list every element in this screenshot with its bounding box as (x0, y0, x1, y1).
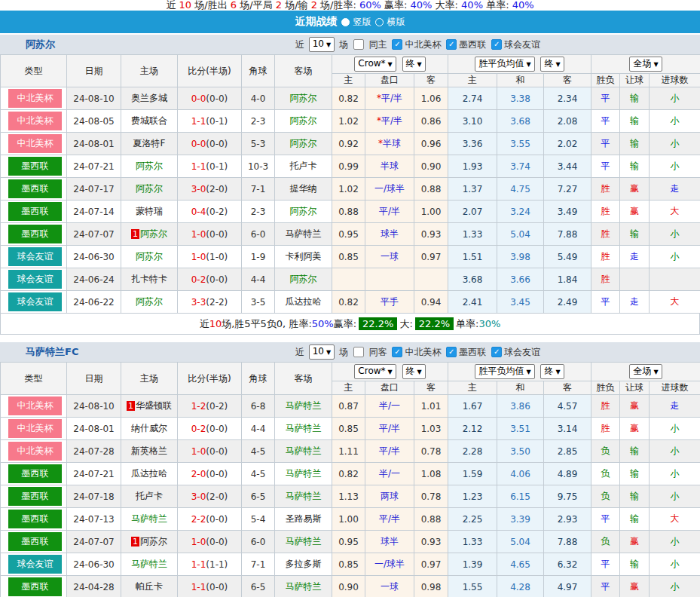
result-value: 负 (601, 536, 610, 546)
goals-result-value: 小 (671, 423, 680, 433)
handicap-result-value: 赢 (630, 400, 639, 411)
odds-time-select[interactable]: 终▼ (402, 57, 426, 72)
horizontal-layout-radio[interactable] (375, 18, 384, 26)
team2-league1-checkbox[interactable] (392, 347, 402, 357)
col-away: 客场 (275, 363, 332, 395)
away-team-name: 托卢卡 (290, 161, 317, 171)
away-odds: 0.78 (421, 446, 442, 457)
handicap-line: 一球 (381, 251, 399, 262)
halftime-score: (1-1) (206, 559, 228, 570)
fulltime-score: 0-2 (191, 274, 206, 285)
team2-league2-checkbox[interactable] (446, 347, 457, 357)
red-card-flag: 1 (127, 401, 135, 411)
col-goals: 进球数 (650, 381, 700, 395)
home-team-cell: 费城联合 (121, 110, 178, 133)
home-team-name: 马萨特兰 (131, 513, 167, 524)
away-team-name: 提华纳 (290, 183, 317, 194)
col-home: 主场 (121, 363, 178, 395)
avg-type-select[interactable]: 胜平负均值▼ (475, 57, 534, 72)
league-cell: 球会友谊 (1, 553, 67, 576)
corner-cell: 3-5 (242, 291, 275, 314)
handicap-result-value: 输 (630, 468, 639, 479)
avg-draw-cell: 4.65 (497, 553, 544, 576)
avg-type-select[interactable]: 胜平负均值▼ (475, 364, 534, 379)
team1-match-count-select[interactable]: 10▼ (309, 37, 335, 52)
team1-league1-checkbox[interactable] (392, 39, 402, 50)
fulltime-select[interactable]: 全场▼ (629, 57, 662, 72)
handicap-line: 半/一 (379, 468, 400, 479)
home-team-name: 阿苏尔 (136, 251, 163, 262)
page-title: 近期战绩 (295, 15, 338, 29)
avg-home-cell: 2.07 (448, 201, 497, 223)
red-card-flag: 1 (131, 537, 139, 546)
stat-text-segment: 10 (179, 0, 192, 10)
away-team-name: 阿苏尔 (290, 138, 317, 148)
team1-matches-table: 类型 日期 主场 比分(半场) 角球 客场 Crow*▼ 终▼ 胜平负均值▼ 终… (0, 54, 700, 314)
goals-result-value: 走 (671, 183, 680, 194)
date-cell: 24-07-14 (67, 201, 121, 223)
handicap-cell: *平/半 (365, 110, 414, 133)
league-cell: 墨西联 (1, 508, 67, 531)
team2-match-count-select[interactable]: 10▼ (309, 344, 335, 360)
handicap-line: 平/半 (381, 115, 402, 126)
avg-draw-odds: 3.38 (510, 93, 530, 104)
fulltime-select[interactable]: 全场▼ (629, 364, 662, 379)
avg-home-odds: 1.33 (463, 229, 483, 240)
stat-text-segment: 单率: (483, 0, 512, 10)
home-team-cell: 夏洛特F (121, 133, 178, 155)
goals-result-cell: 走 (650, 395, 700, 418)
stat-text-segment: 赢率: (381, 0, 411, 10)
match-row: 球会友谊24-06-24扎卡特卡0-2(0-0)4-4阿苏尔3.683.661.… (1, 268, 700, 291)
section-title-bar: 近期战绩 竖版 横版 (0, 11, 700, 33)
match-row: 中北美杯24-08-01纳什威尔0-2(0-0)4-4马萨特兰0.85平/半1.… (1, 418, 700, 440)
result-cell: 平 (591, 133, 620, 155)
handicap-result-cell (620, 268, 650, 291)
col-type: 类型 (1, 363, 67, 395)
corner-cell: 4-5 (242, 463, 275, 485)
away-odds: 0.97 (421, 252, 442, 262)
avg-time-select[interactable]: 终▼ (540, 57, 564, 72)
date-cell: 24-06-24 (67, 268, 121, 291)
away-team-name: 卡利阿美 (286, 251, 322, 262)
away-odds-cell: 0.86 (414, 110, 448, 133)
team2-same-venue-checkbox[interactable] (353, 347, 364, 357)
team1-header-bar: 阿苏尔 近 10▼ 场 同主 中北美杯 墨西联 球会友谊 (0, 33, 700, 54)
handicap-result-value: 输 (630, 93, 639, 103)
handicap-result-value: 输 (630, 115, 639, 126)
stat-text-segment: 22.2% (415, 317, 454, 330)
odds-company-select[interactable]: Crow*▼ (354, 364, 396, 379)
avg-time-select[interactable]: 终▼ (540, 364, 564, 379)
stat-text-segment: 场,胜5平5负0, 胜率: (222, 317, 312, 331)
score-cell: 1-1(0-1) (178, 155, 242, 178)
home-odds: 0.85 (338, 252, 359, 262)
match-row: 中北美杯24-08-10奥兰多城0-0(0-0)4-0阿苏尔0.82*平/半1.… (1, 87, 700, 110)
away-odds: 0.86 (421, 116, 442, 127)
vertical-layout-radio[interactable] (341, 18, 350, 26)
stat-text-segment: 30% (478, 318, 500, 329)
away-team-cell: 马萨特兰 (275, 576, 332, 597)
handicap-cell: 一/球半 (365, 553, 414, 576)
result-cell: 平 (591, 553, 620, 576)
home-odds-cell: 0.85 (332, 418, 365, 440)
avg-away-cell: 3.44 (544, 155, 591, 178)
team1-league3-checkbox[interactable] (491, 39, 502, 50)
home-team-name: 阿苏尔 (136, 161, 163, 171)
goals-result-value: 大 (671, 296, 680, 307)
team1-same-venue-checkbox[interactable] (353, 39, 364, 50)
fulltime-score: 3-0 (191, 491, 206, 502)
away-odds-cell: 0.97 (414, 553, 448, 576)
odds-company-select[interactable]: Crow*▼ (354, 57, 396, 72)
avg-away-odds: 2.08 (558, 116, 578, 127)
avg-away-odds: 2.85 (558, 446, 578, 457)
goals-result-cell: 走 (650, 178, 700, 201)
odds-time-select[interactable]: 终▼ (402, 364, 426, 379)
team1-league2-checkbox[interactable] (446, 39, 457, 50)
avg-type-value: 胜平负均值 (478, 366, 524, 376)
date-cell: 24-07-28 (67, 440, 121, 463)
handicap-line: 平/半 (379, 445, 400, 456)
team2-league3-checkbox[interactable] (491, 347, 502, 357)
avg-home-cell: 1.37 (448, 178, 497, 201)
league-cell: 墨西联 (1, 463, 67, 485)
date-cell: 24-07-18 (67, 485, 121, 508)
home-team-cell: 1华盛顿联 (121, 395, 178, 418)
